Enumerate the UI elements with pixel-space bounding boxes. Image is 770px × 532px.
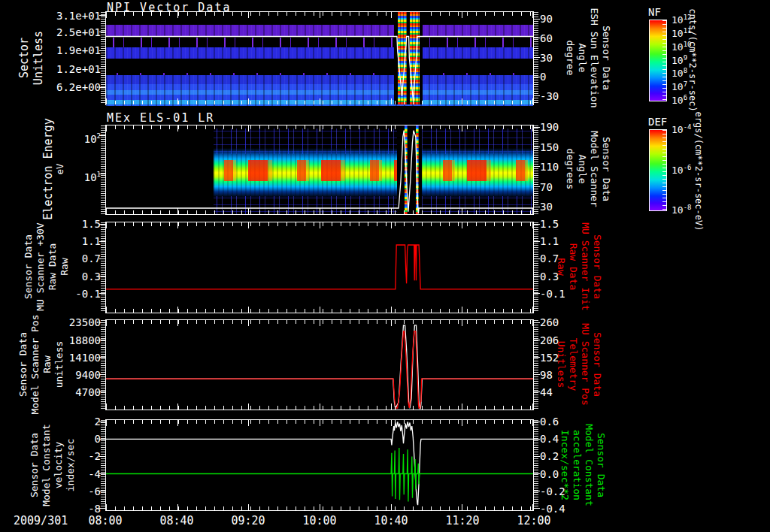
panel-npi-vector-spectrogram: 3.1e+012.5e+011.9e+011.2e+016.2e+0090603…: [105, 11, 534, 105]
tick-mark: [177, 125, 178, 131]
spectrogram-data-region: [214, 125, 533, 214]
tick-mark: [462, 320, 462, 326]
x-axis-time-label: 10:40: [361, 514, 421, 527]
colorbar-title: DEF: [648, 116, 667, 128]
tick-mark: [248, 222, 249, 228]
tick-mark: [248, 504, 249, 510]
tick-mark: [391, 320, 392, 326]
tick-mark: [533, 374, 540, 375]
tick-mark: [248, 404, 249, 410]
tick-mark: [106, 12, 107, 18]
tick-mark: [320, 504, 320, 510]
panel-mu-scanner-30v: 1.51.10.70.3-0.11.51.10.70.3-0.1: [105, 222, 534, 313]
spectrogram-band: [106, 75, 533, 84]
tick-mark: [462, 125, 462, 131]
tick-mark: [532, 404, 533, 410]
axis-label-line: Sensor Data: [29, 337, 41, 532]
axis-label-line: Sensor Data: [595, 337, 607, 532]
tick-mark: [106, 98, 107, 104]
burst-mosaic: [398, 12, 407, 104]
tick-mark: [177, 98, 178, 104]
tick-mark: [391, 208, 392, 214]
tick-mark: [320, 222, 320, 228]
panel-scanner-pos: 235001880014100940047002602061529844: [105, 319, 534, 410]
tick-mark: [177, 420, 178, 426]
tick-mark: [533, 293, 540, 294]
tick-mark: [533, 456, 540, 457]
colorbar-tick-label: 10-6: [671, 164, 692, 176]
tick-mark: [106, 404, 107, 410]
date-label: 2009/301: [14, 514, 68, 527]
colorbar-tick-label: 10-8: [671, 204, 692, 216]
axis-label-line: velocity: [53, 337, 65, 532]
y-minor-ticks: [101, 125, 105, 214]
tick-mark: [533, 508, 540, 509]
axis-label-line: index/sec: [65, 337, 77, 532]
tick-mark: [248, 98, 249, 104]
tick-mark: [106, 208, 107, 214]
series-plot: [106, 420, 533, 510]
tick-mark: [320, 404, 320, 410]
tick-mark: [533, 241, 540, 242]
tick-mark: [248, 420, 249, 426]
panel-model-constant: 20-2-4-6-80.60.40.20.0-0.2-0.4: [105, 419, 534, 511]
tick-mark: [533, 224, 540, 225]
axis-label-line: Model Constant: [583, 337, 595, 532]
tick-mark: [462, 98, 462, 104]
spectrogram-band: [106, 100, 533, 104]
tick-mark: [391, 420, 392, 426]
tick-mark: [532, 307, 533, 313]
tick-mark: [177, 504, 178, 510]
tick-mark: [533, 166, 540, 167]
colorbar-tick-label: 109: [671, 54, 687, 66]
colorbar-gradient: [649, 20, 667, 101]
tick-mark: [533, 391, 540, 392]
tick-mark: [320, 125, 320, 131]
tick-mark: [391, 404, 392, 410]
panel5-right-axis-label: Sensor Data Model Constant acceleration …: [559, 337, 607, 532]
x-axis-time-label: 08:00: [75, 514, 135, 527]
axis-label-line: acceleration: [571, 337, 583, 532]
tick-mark: [533, 127, 540, 128]
tick-mark: [106, 320, 107, 326]
tick-mark: [177, 12, 178, 18]
y-minor-ticks: [101, 12, 105, 104]
axis-label-line: Model Constant: [41, 337, 53, 532]
tick-mark: [533, 439, 540, 440]
y-minor-ticks: [534, 222, 538, 313]
tick-mark: [533, 340, 540, 340]
tick-mark: [391, 307, 392, 313]
colorbar-unit-label: ergs/(cm**2-sr-sec-eV): [693, 74, 705, 269]
colorbar-tick-label: 107: [671, 80, 687, 92]
tick-mark: [532, 420, 533, 426]
burst-mosaic: [405, 125, 408, 214]
tick-mark: [533, 422, 540, 422]
tick-mark: [462, 307, 462, 313]
x-axis-time-label: 08:40: [147, 514, 207, 527]
tick-mark: [248, 307, 249, 313]
tick-mark: [532, 504, 533, 510]
tick-mark: [533, 77, 540, 77]
tick-mark: [320, 208, 320, 214]
tick-mark: [391, 222, 392, 228]
tick-mark: [533, 322, 540, 323]
tick-mark: [106, 307, 107, 313]
panel2-title: MEx ELS-01 LR: [107, 111, 214, 125]
x-axis-labels: 2009/301 08:0008:4009:2010:0010:4011:201…: [0, 514, 770, 530]
tick-mark: [533, 19, 540, 20]
tick-mark: [533, 491, 540, 491]
y-minor-ticks: [101, 320, 105, 410]
spectrogram-band: [106, 104, 533, 106]
colorbar-gradient: [649, 129, 667, 211]
y-minor-ticks: [101, 420, 105, 510]
x-axis-time-label: 12:00: [504, 514, 564, 527]
tick-mark: [533, 186, 540, 187]
tick-mark: [320, 320, 320, 326]
colorbar-title: NF: [648, 6, 661, 18]
y-minor-ticks: [534, 125, 538, 214]
tick-mark: [320, 307, 320, 313]
panel-els-spectrogram: 1021011901501107030: [105, 125, 534, 215]
y-minor-ticks: [534, 320, 538, 410]
tick-mark: [320, 420, 320, 426]
colorbar-tick-label: 106: [671, 94, 687, 106]
